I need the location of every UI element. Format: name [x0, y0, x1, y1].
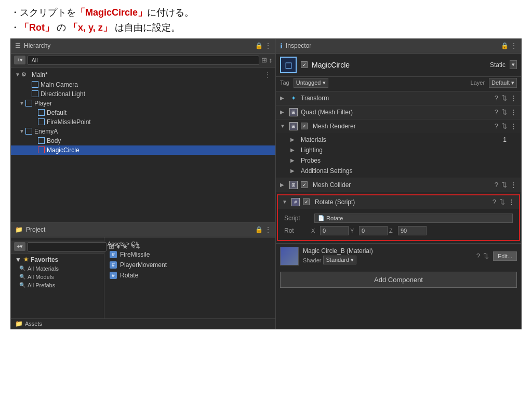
rot-row: Rot X Y Z [284, 224, 513, 237]
comp-menu-icon[interactable]: ⋮ [508, 198, 515, 206]
component-transform-header[interactable]: ▶ ✦ Transform ? ⇅ ⋮ [276, 91, 521, 105]
inspector-content: ▶ ✦ Transform ? ⇅ ⋮ ▶ ⊞ Quad (Mesh Filte… [276, 91, 521, 329]
comp-settings-icon[interactable]: ⇅ [501, 94, 507, 102]
folder-icon: 📁 [15, 320, 23, 327]
inspector-panel: ℹ Inspector 🔒 ⋮ ◻ MagicCircle Static ▾ [276, 39, 521, 329]
star-icon: ★ [23, 256, 29, 263]
material-settings-icon[interactable]: ⇅ [483, 252, 489, 260]
mesh-collider-checkbox[interactable] [301, 181, 308, 188]
component-mesh-filter-header[interactable]: ▶ ⊞ Quad (Mesh Filter) ? ⇅ ⋮ [276, 105, 521, 119]
asset-item-firemissile[interactable]: # FireMissile [108, 250, 272, 259]
magnify-icon: 🔍 [19, 282, 25, 288]
tree-item-main[interactable]: ▼ ⚙ Main* ⋮ [11, 70, 275, 80]
tree-item-main-camera[interactable]: Main Camera [11, 80, 275, 89]
asset-item-rotate[interactable]: # Rotate [108, 271, 272, 280]
rot-z-input[interactable] [398, 226, 427, 235]
tree-item-directional-light[interactable]: Directional Light [11, 89, 275, 99]
comp-help-icon[interactable]: ? [493, 198, 496, 206]
tree-label-dir-light: Directional Light [41, 90, 85, 98]
sub-lighting-label: Lighting [301, 147, 507, 154]
tree-label-firemissile: FireMissilePoint [47, 118, 91, 126]
hierarchy-title: Hierarchy [24, 42, 50, 49]
proj-item-all-materials[interactable]: 🔍 All Materials [15, 264, 100, 273]
inspector-lock-icon[interactable]: 🔒 [501, 42, 509, 49]
comp-settings-icon[interactable]: ⇅ [501, 181, 507, 189]
mesh-sub-probes[interactable]: ▶ Probes [276, 155, 521, 166]
tree-item-firemissilepoint[interactable]: FireMissilePoint [11, 117, 275, 127]
hierarchy-icon2[interactable]: ↕ [269, 56, 273, 64]
tag-dropdown[interactable]: Untagged ▾ [294, 78, 328, 88]
mesh-renderer-checkbox[interactable] [301, 123, 308, 129]
material-help-icon[interactable]: ? [476, 252, 480, 260]
comp-help-icon[interactable]: ? [495, 94, 498, 102]
rotate-script-header[interactable]: ▼ # Rotate (Script) ? ⇅ ⋮ [278, 195, 519, 209]
comp-menu-icon[interactable]: ⋮ [510, 181, 517, 189]
comp-help-icon[interactable]: ? [495, 122, 498, 130]
editor-container: ☰ Hierarchy 🔒 ⋮ +▾ ⊞ ↕ ▼ ⚙ Main [10, 38, 522, 329]
mesh-filter-label: Quad (Mesh Filter) [301, 109, 491, 116]
rot-y-input[interactable] [359, 226, 388, 235]
tree-item-player[interactable]: ▼ Player [11, 99, 275, 108]
component-mesh-collider: ▶ ⊞ Mesh Collider ? ⇅ ⋮ [276, 178, 521, 192]
tree-item-default[interactable]: Default [11, 108, 275, 117]
asset-item-playermovement[interactable]: # PlayerMovement [108, 260, 272, 270]
hierarchy-search-input[interactable] [28, 56, 259, 65]
script-key-label: Script [284, 215, 310, 222]
hierarchy-menu-icon[interactable]: ⋮ [265, 42, 271, 49]
comp-arrow-icon: ▼ [282, 199, 288, 205]
comp-menu-icon[interactable]: ⋮ [510, 122, 517, 130]
comp-help-icon[interactable]: ? [495, 108, 498, 116]
comp-arrow-icon: ▶ [280, 109, 286, 115]
component-mesh-renderer: ▼ ⊞ Mesh Renderer ? ⇅ ⋮ ▶ Materials 1 [276, 119, 521, 178]
asset-label-rotate: Rotate [120, 272, 138, 279]
project-menu-icon[interactable]: ⋮ [265, 226, 271, 233]
comp-help-icon[interactable]: ? [495, 181, 498, 189]
proj-item-all-models[interactable]: 🔍 All Models [15, 273, 100, 281]
favorites-arrow: ▼ [15, 256, 21, 263]
project-lock-icon[interactable]: 🔒 [255, 226, 263, 233]
material-edit-button[interactable]: Edit... [493, 251, 517, 261]
object-enabled-checkbox[interactable] [301, 61, 308, 68]
component-mesh-collider-header[interactable]: ▶ ⊞ Mesh Collider ? ⇅ ⋮ [276, 178, 521, 192]
file-icon: 📄 [318, 215, 324, 221]
assets-bottom-bar: 📁 Assets [11, 318, 275, 329]
hierarchy-icon1[interactable]: ⊞ [261, 56, 267, 64]
rot-x-input[interactable] [320, 226, 349, 235]
mesh-sub-additional[interactable]: ▶ Additional Settings [276, 166, 521, 176]
component-mesh-renderer-header[interactable]: ▼ ⊞ Mesh Renderer ? ⇅ ⋮ [276, 119, 521, 133]
hierarchy-add-button[interactable]: +▾ [14, 56, 25, 64]
instruction-line1: ・スクリプトを「MagicCircle」に付ける。 [10, 5, 522, 20]
tree-item-magiccircle[interactable]: MagicCircle [11, 145, 275, 155]
proj-item-all-prefabs[interactable]: 🔍 All Prefabs [15, 281, 100, 289]
comp-menu-icon[interactable]: ⋮ [510, 94, 517, 102]
arrow-icon: ▼ [19, 100, 25, 106]
add-component-button[interactable]: Add Component [280, 272, 517, 288]
info-icon: ℹ [280, 42, 283, 50]
component-transform: ▶ ✦ Transform ? ⇅ ⋮ [276, 91, 521, 105]
shader-dropdown[interactable]: Standard ▾ [323, 256, 356, 264]
layer-dropdown[interactable]: Default ▾ [489, 78, 517, 88]
hierarchy-list-icon: ☰ [15, 42, 21, 49]
comp-menu-icon[interactable]: ⋮ [510, 108, 517, 116]
x-axis-label: X [311, 228, 318, 234]
comp-settings-icon[interactable]: ⇅ [501, 122, 507, 130]
hierarchy-lock-icon[interactable]: 🔒 [255, 42, 263, 49]
all-prefabs-label: All Prefabs [28, 282, 55, 288]
rotate-script-content: Script 📄 Rotate Rot X Y Z [278, 209, 519, 240]
favorites-header[interactable]: ▼ ★ Favorites [15, 255, 100, 264]
static-dropdown[interactable]: ▾ [510, 60, 517, 69]
mesh-sub-lighting[interactable]: ▶ Lighting [276, 145, 521, 155]
comp-settings-icon[interactable]: ⇅ [501, 108, 507, 116]
mesh-sub-materials[interactable]: ▶ Materials 1 [276, 135, 521, 145]
project-add-button[interactable]: +▾ [14, 242, 25, 251]
rotate-script-checkbox[interactable] [303, 198, 310, 205]
tree-label-main-camera: Main Camera [41, 81, 78, 88]
script-value-field[interactable]: 📄 Rotate [314, 214, 513, 223]
tree-item-body[interactable]: Body [11, 136, 275, 145]
project-panel-header: 📁 Project 🔒 ⋮ [11, 223, 275, 237]
inspector-menu-icon[interactable]: ⋮ [511, 42, 517, 49]
comp-settings-icon[interactable]: ⇅ [499, 198, 505, 206]
three-dots-icon[interactable]: ⋮ [264, 71, 271, 79]
tree-item-enemya[interactable]: ▼ EnemyA [11, 127, 275, 136]
project-search-input[interactable] [28, 242, 107, 251]
